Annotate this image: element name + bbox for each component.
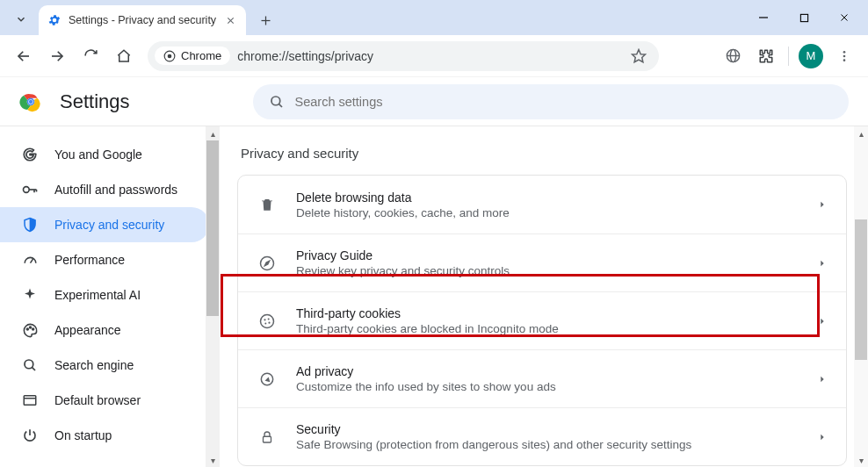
row-subtitle: Safe Browsing (protection from dangerous… xyxy=(296,438,799,451)
sidebar-item-experimental-ai[interactable]: Experimental AI xyxy=(0,277,209,313)
svg-point-18 xyxy=(843,59,846,61)
trash-icon xyxy=(257,195,277,214)
svg-marker-38 xyxy=(821,202,823,208)
search-icon xyxy=(21,356,39,374)
sidebar-scrollbar-thumb[interactable] xyxy=(206,140,219,316)
row-subtitle: Third-party cookies are blocked in Incog… xyxy=(296,322,799,335)
svg-rect-35 xyxy=(24,396,36,406)
search-settings-input[interactable] xyxy=(295,95,834,109)
row-title: Ad privacy xyxy=(296,364,799,378)
row-body: Ad privacy Customize the info used by si… xyxy=(296,364,799,393)
scroll-up-button[interactable]: ▴ xyxy=(211,126,215,140)
row-title: Privacy Guide xyxy=(296,248,799,262)
svg-point-25 xyxy=(24,187,30,193)
url-text: chrome://settings/privacy xyxy=(237,49,624,63)
svg-rect-50 xyxy=(264,436,271,442)
sidebar-item-performance[interactable]: Performance xyxy=(0,242,209,277)
main-scrollbar[interactable]: ▴ ▾ xyxy=(854,126,868,467)
reload-icon xyxy=(83,48,98,63)
new-tab-button[interactable] xyxy=(253,8,278,32)
scroll-down-button[interactable]: ▾ xyxy=(859,453,864,467)
menu-button[interactable] xyxy=(829,41,859,71)
site-info-chip[interactable]: Chrome xyxy=(155,47,230,65)
svg-point-33 xyxy=(25,360,33,369)
sidebar-item-privacy-security[interactable]: Privacy and security xyxy=(0,207,209,242)
row-delete-browsing-data[interactable]: Delete browsing data Delete history, coo… xyxy=(238,176,846,234)
browser-toolbar: Chrome chrome://settings/privacy M xyxy=(0,35,868,77)
chrome-mono-icon xyxy=(163,50,176,62)
svg-marker-47 xyxy=(821,318,823,324)
search-icon xyxy=(269,94,285,110)
google-g-icon xyxy=(21,146,39,163)
arrow-left-icon xyxy=(16,48,32,64)
maximize-button[interactable] xyxy=(784,0,824,35)
svg-point-31 xyxy=(29,326,31,327)
sidebar-item-label: Default browser xyxy=(54,393,141,407)
browser-tab[interactable]: Settings - Privacy and security xyxy=(39,5,246,35)
row-privacy-guide[interactable]: Privacy Guide Review key privacy and sec… xyxy=(238,234,846,291)
window-icon xyxy=(21,392,39,409)
palette-icon xyxy=(21,321,39,339)
plus-icon xyxy=(259,14,272,27)
sidebar-item-label: Experimental AI xyxy=(54,288,141,302)
sidebar-item-on-startup[interactable]: On startup xyxy=(0,418,209,453)
sidebar-item-label: Search engine xyxy=(54,358,134,372)
tab-title: Settings - Privacy and security xyxy=(69,14,216,26)
svg-rect-5 xyxy=(800,14,807,21)
row-security[interactable]: Security Safe Browsing (protection from … xyxy=(238,407,846,465)
svg-point-22 xyxy=(29,99,33,103)
svg-point-16 xyxy=(843,51,846,54)
profile-button[interactable]: M xyxy=(796,41,826,71)
home-button[interactable] xyxy=(109,41,139,71)
bookmark-button[interactable] xyxy=(631,48,647,64)
sidebar-item-label: Privacy and security xyxy=(54,218,164,232)
svg-point-45 xyxy=(264,322,266,324)
scroll-down-button[interactable]: ▾ xyxy=(211,453,215,467)
key-icon xyxy=(21,181,39,198)
svg-point-23 xyxy=(271,97,280,105)
shield-icon xyxy=(21,216,39,234)
sidebar-item-you-and-google[interactable]: You and Google xyxy=(0,137,209,172)
sidebar-item-autofill[interactable]: Autofill and passwords xyxy=(0,172,209,207)
svg-marker-49 xyxy=(821,376,823,382)
forward-button[interactable] xyxy=(42,41,72,71)
minimize-button[interactable] xyxy=(743,0,784,35)
sidebar-item-appearance[interactable]: Appearance xyxy=(0,313,209,348)
sidebar-item-default-browser[interactable]: Default browser xyxy=(0,383,209,418)
sidebar-item-search-engine[interactable]: Search engine xyxy=(0,348,209,383)
home-icon xyxy=(116,48,132,64)
globe-button[interactable] xyxy=(718,41,748,71)
reload-button[interactable] xyxy=(76,41,105,71)
tabs-dropdown-button[interactable] xyxy=(5,4,37,35)
address-bar[interactable]: Chrome chrome://settings/privacy xyxy=(148,41,659,71)
page-title: Settings xyxy=(60,90,130,113)
tab-close-button[interactable] xyxy=(223,13,237,27)
sparkle-icon xyxy=(21,286,39,304)
chevron-right-icon xyxy=(818,317,827,326)
main-scrollbar-thumb[interactable] xyxy=(855,219,867,360)
lock-icon xyxy=(257,427,277,447)
svg-line-24 xyxy=(278,104,282,107)
row-body: Privacy Guide Review key privacy and sec… xyxy=(296,248,799,277)
scroll-up-button[interactable]: ▴ xyxy=(859,126,864,140)
sidebar-item-label: On startup xyxy=(54,428,112,442)
row-ad-privacy[interactable]: Ad privacy Customize the info used by si… xyxy=(238,349,846,407)
chevron-right-icon xyxy=(818,200,827,209)
window-controls xyxy=(743,0,864,35)
svg-point-17 xyxy=(843,54,846,57)
row-body: Security Safe Browsing (protection from … xyxy=(296,422,799,451)
svg-point-44 xyxy=(268,318,270,320)
svg-line-34 xyxy=(32,367,35,370)
close-window-button[interactable] xyxy=(824,0,864,35)
extensions-button[interactable] xyxy=(751,41,781,71)
row-third-party-cookies[interactable]: Third-party cookies Third-party cookies … xyxy=(238,291,846,349)
chevron-right-icon xyxy=(818,375,827,384)
svg-point-11 xyxy=(168,54,172,58)
row-title: Third-party cookies xyxy=(296,306,799,320)
browser-titlebar: Settings - Privacy and security xyxy=(0,0,868,35)
sidebar-scrollbar[interactable]: ▴ ▾ xyxy=(206,126,220,467)
search-settings-field[interactable] xyxy=(253,84,850,119)
back-button[interactable] xyxy=(9,41,39,71)
cookie-icon xyxy=(257,312,277,331)
row-body: Delete browsing data Delete history, coo… xyxy=(296,190,799,219)
